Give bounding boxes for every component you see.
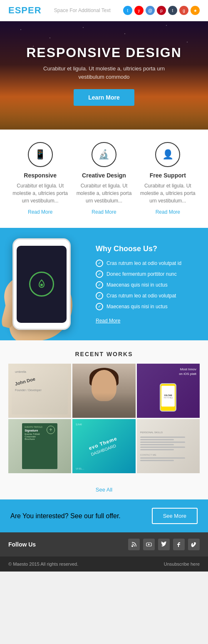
feature-support-read-more[interactable]: Read More [156, 209, 180, 215]
mail-icon[interactable]: @ [146, 6, 155, 15]
phone-mockup [12, 238, 71, 330]
follow-icons [128, 539, 200, 550]
check-icon: ✓ [96, 303, 103, 310]
phone-screen [17, 246, 67, 323]
rss-follow-icon[interactable] [128, 539, 140, 550]
why-item-5: Maecenas quis nisi in uctus [106, 304, 168, 310]
list-item: ✓ Cras rutrum leo at odio volutpat id [96, 260, 200, 267]
feature-creative-desc: Curabitur et ligula. Ut molestie a, ultr… [76, 182, 131, 205]
feature-support: 👤 Free Support Curabitur et ligula. Ut m… [136, 142, 200, 215]
phone-container [8, 236, 92, 332]
feature-responsive-desc: Curabitur et ligula. Ut molestie a, ultr… [12, 182, 68, 205]
youtube-follow-icon[interactable] [143, 539, 155, 550]
work-item-6[interactable]: PERSONAL SKILLS CONTACT ME [137, 419, 200, 473]
twitter-icon[interactable]: t [123, 6, 132, 15]
pinterest-icon[interactable]: p [157, 6, 166, 15]
list-item: ✓ Maecenas quis nisi in uctus [96, 303, 200, 310]
check-icon: ✓ [96, 260, 103, 267]
rss-icon[interactable]: ★ [191, 6, 200, 15]
svg-point-0 [40, 284, 43, 286]
cta-see-more-button[interactable]: See More [152, 508, 198, 524]
vimeo-follow-icon[interactable] [188, 539, 200, 550]
hero-learn-more-button[interactable]: Learn More [74, 89, 134, 106]
features-section: 📱 Responsive Curabitur et ligula. Ut mol… [0, 130, 208, 228]
unsubscribe-link[interactable]: Unsubscribe here [164, 562, 200, 567]
creative-icon: 🔬 [92, 142, 116, 167]
hero-section: RESPONSIVE DESIGN Curabitur et ligula. U… [0, 21, 208, 130]
phone-logo-icon [29, 272, 54, 297]
check-icon: ✓ [96, 281, 103, 289]
header-tagline: Space For Additional Text [54, 7, 111, 13]
google-icon[interactable]: g [179, 6, 188, 15]
feature-support-desc: Curabitur et ligula. Ut molestie a, ultr… [140, 182, 196, 205]
why-item-1: Cras rutrum leo at odio volutpat id [106, 260, 181, 266]
feature-responsive: 📱 Responsive Curabitur et ligula. Ut mol… [8, 142, 72, 215]
footer-copyright: © Maesto 2015 All rights reserved. [8, 562, 78, 567]
works-grid: umbrella John Doe Founder / Developer Mo… [8, 364, 200, 473]
follow-us-label: Follow Us [8, 541, 36, 548]
social-icons: t y @ p t g ★ [123, 6, 200, 15]
recent-works-section: RECENT WORKS umbrella John Doe Founder /… [0, 340, 208, 479]
work-item-5[interactable]: Live evo Theme DASHBOARD UI EL... [72, 419, 135, 473]
feature-creative-read-more[interactable]: Read More [92, 209, 116, 215]
svg-marker-3 [148, 544, 150, 545]
hero-title: RESPONSIVE DESIGN [26, 45, 182, 60]
feature-responsive-read-more[interactable]: Read More [28, 209, 52, 215]
facebook-follow-icon[interactable] [173, 539, 185, 550]
support-icon: 👤 [155, 142, 180, 167]
feature-responsive-title: Responsive [12, 172, 68, 179]
twitter-follow-icon[interactable] [158, 539, 170, 550]
cta-banner: Are You interested? See our full offer. … [0, 499, 208, 532]
feature-creative-title: Creative Design [76, 172, 131, 179]
feature-support-title: Free Support [140, 172, 196, 179]
cta-text: Are You interested? See our full offer. [10, 512, 121, 520]
hero-subtitle: Curabitur et ligula. Ut molestie a, ultr… [42, 65, 166, 81]
why-section: Why Choose Us? ✓ Cras rutrum leo at odio… [0, 228, 208, 340]
recent-works-title: RECENT WORKS [8, 351, 200, 357]
why-item-3: Maecenas quis nisi in uctus [106, 282, 168, 288]
work-item-3[interactable]: Most Innovon iOS platt GILCHE Get the Ap… [137, 364, 200, 418]
why-item-4: Cras rutrum leo at odio volutpat [106, 293, 176, 299]
feature-creative: 🔬 Creative Design Curabitur et ligula. U… [72, 142, 136, 215]
work-item-4[interactable]: EVENTS TRIFOLD Signature Events TrifoldC… [8, 419, 71, 473]
follow-section: Follow Us [0, 532, 208, 557]
list-item: ✓ Maecenas quis nisi in uctus [96, 281, 200, 289]
work-item-2[interactable] [72, 364, 135, 418]
why-content: Why Choose Us? ✓ Cras rutrum leo at odio… [92, 245, 200, 324]
why-list: ✓ Cras rutrum leo at odio volutpat id ✓ … [96, 260, 200, 310]
header: ESPER Space For Additional Text t y @ p … [0, 0, 208, 21]
check-icon: ✓ [96, 270, 103, 278]
responsive-icon: 📱 [28, 142, 53, 167]
why-read-more-link[interactable]: Read More [96, 318, 120, 324]
tumblr-icon[interactable]: t [168, 6, 177, 15]
why-title: Why Choose Us? [96, 245, 200, 253]
list-item: ✓ Cras rutrum leo at odio volutpat [96, 292, 200, 300]
check-icon: ✓ [96, 292, 103, 300]
most-innov-text: Most Innovon iOS platt [179, 367, 196, 376]
why-item-2: Donec fermentum porttitor nunc [106, 271, 177, 277]
logo: ESPER [8, 5, 42, 16]
see-all-link[interactable]: See All [96, 487, 112, 493]
see-all-container: See All [0, 479, 208, 499]
list-item: ✓ Donec fermentum porttitor nunc [96, 270, 200, 278]
youtube-icon[interactable]: y [134, 6, 144, 15]
footer: © Maesto 2015 All rights reserved. Unsub… [0, 557, 208, 572]
work-item-1[interactable]: umbrella John Doe Founder / Developer [8, 364, 71, 418]
svg-point-1 [131, 545, 133, 547]
